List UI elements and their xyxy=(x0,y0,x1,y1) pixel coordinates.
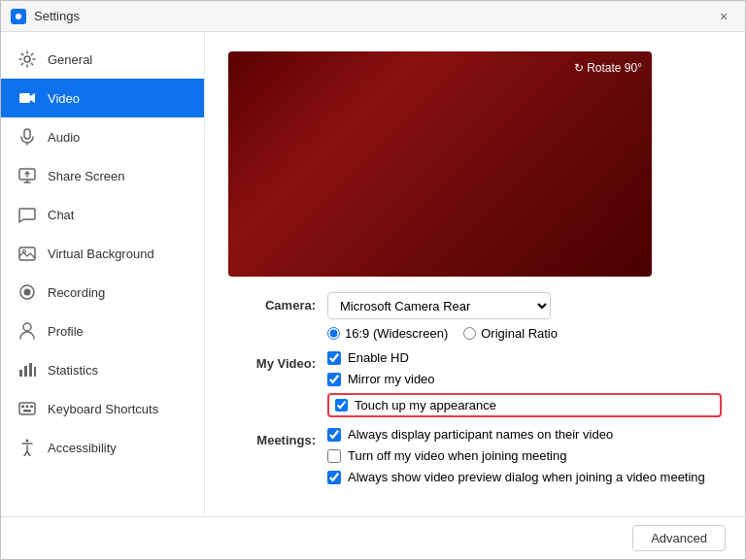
meetings-label: Meetings: xyxy=(228,427,316,447)
widescreen-option[interactable]: 16:9 (Widescreen) xyxy=(327,326,448,341)
svg-rect-4 xyxy=(24,129,30,139)
app-icon xyxy=(11,9,26,24)
svg-rect-19 xyxy=(21,406,24,409)
svg-point-13 xyxy=(23,323,31,331)
sidebar-label-chat: Chat xyxy=(48,208,74,222)
chat-icon xyxy=(17,204,38,225)
sidebar-item-recording[interactable]: Recording xyxy=(1,273,204,312)
widescreen-radio[interactable] xyxy=(327,327,340,340)
sidebar-label-share-screen: Share Screen xyxy=(48,169,125,183)
always-display-label: Always display participant names on thei… xyxy=(348,427,613,442)
widescreen-label: 16:9 (Widescreen) xyxy=(345,326,448,341)
main-panel: ↻ Rotate 90° Camera: Microsoft Camera Re… xyxy=(205,32,745,516)
my-video-row: My Video: Enable HD Mirror my video T xyxy=(228,350,722,417)
svg-rect-14 xyxy=(19,370,22,377)
svg-point-23 xyxy=(26,440,29,443)
rotate-button[interactable]: ↻ Rotate 90° xyxy=(574,61,642,75)
advanced-button[interactable]: Advanced xyxy=(632,525,726,551)
video-preview: ↻ Rotate 90° xyxy=(228,51,652,277)
original-ratio-radio[interactable] xyxy=(463,327,476,340)
window-title: Settings xyxy=(34,9,80,23)
original-ratio-option[interactable]: Original Ratio xyxy=(463,326,558,341)
enable-hd-option[interactable]: Enable HD xyxy=(327,350,722,365)
sidebar-label-video: Video xyxy=(48,91,80,106)
sidebar-label-general: General xyxy=(48,52,92,67)
video-icon xyxy=(17,87,38,109)
sidebar-label-virtual-background: Virtual Background xyxy=(48,247,154,261)
sidebar-item-profile[interactable]: Profile xyxy=(1,312,204,350)
camera-select-area: Microsoft Camera Rear xyxy=(327,292,722,319)
svg-point-1 xyxy=(16,14,21,19)
svg-rect-22 xyxy=(23,410,31,412)
settings-section: Camera: Microsoft Camera Rear 16:9 (Wide… xyxy=(228,292,722,484)
turn-off-label: Turn off my video when joining meeting xyxy=(348,448,566,463)
accessibility-icon xyxy=(17,437,38,458)
sidebar-item-share-screen[interactable]: Share Screen xyxy=(1,156,204,195)
sidebar-item-audio[interactable]: Audio xyxy=(1,117,204,156)
svg-rect-17 xyxy=(34,367,36,377)
mirror-label: Mirror my video xyxy=(348,372,435,386)
meetings-row: Meetings: Always display participant nam… xyxy=(228,427,722,484)
svg-rect-21 xyxy=(30,406,33,409)
settings-window: Settings × General xyxy=(0,0,746,560)
camera-content: Microsoft Camera Rear 16:9 (Widescreen) … xyxy=(327,292,722,341)
always-display-option[interactable]: Always display participant names on thei… xyxy=(327,427,722,442)
always-display-checkbox[interactable] xyxy=(327,428,341,442)
statistics-icon xyxy=(17,359,38,380)
svg-point-12 xyxy=(24,289,31,296)
close-button[interactable]: × xyxy=(712,5,735,28)
camera-dropdown[interactable]: Microsoft Camera Rear xyxy=(327,292,551,319)
mirror-checkbox[interactable] xyxy=(327,373,341,386)
title-bar: Settings × xyxy=(1,1,745,32)
my-video-label: My Video: xyxy=(228,350,316,371)
touch-up-option[interactable]: Touch up my appearance xyxy=(327,393,722,417)
svg-rect-18 xyxy=(19,403,35,414)
bottom-bar: Advanced xyxy=(1,516,745,559)
profile-icon xyxy=(17,320,38,342)
my-video-content: Enable HD Mirror my video Touch up my ap… xyxy=(327,350,722,417)
sidebar-label-accessibility: Accessibility xyxy=(48,441,117,455)
sidebar-item-statistics[interactable]: Statistics xyxy=(1,350,204,389)
sidebar-label-audio: Audio xyxy=(48,130,80,145)
enable-hd-checkbox[interactable] xyxy=(327,351,341,365)
enable-hd-label: Enable HD xyxy=(348,350,409,365)
audio-icon xyxy=(17,126,38,148)
content-area: General Video xyxy=(1,32,745,516)
sidebar-item-video[interactable]: Video xyxy=(1,79,204,117)
sidebar: General Video xyxy=(1,32,205,516)
touch-up-label: Touch up my appearance xyxy=(355,398,496,412)
sidebar-item-virtual-background[interactable]: Virtual Background xyxy=(1,234,204,273)
turn-off-checkbox[interactable] xyxy=(327,449,341,463)
sidebar-item-keyboard-shortcuts[interactable]: Keyboard Shortcuts xyxy=(1,389,204,428)
camera-label: Camera: xyxy=(228,292,316,313)
svg-rect-20 xyxy=(26,406,29,409)
share-screen-icon xyxy=(17,165,38,186)
svg-rect-16 xyxy=(29,363,32,377)
always-show-option[interactable]: Always show video preview dialog when jo… xyxy=(327,470,722,484)
mirror-option[interactable]: Mirror my video xyxy=(327,372,722,386)
svg-point-2 xyxy=(24,56,30,62)
sidebar-label-statistics: Statistics xyxy=(48,363,98,378)
svg-rect-15 xyxy=(24,366,27,377)
title-bar-left: Settings xyxy=(11,9,80,24)
sidebar-label-keyboard-shortcuts: Keyboard Shortcuts xyxy=(48,402,158,416)
original-ratio-label: Original Ratio xyxy=(481,326,558,341)
keyboard-shortcuts-icon xyxy=(17,398,38,419)
recording-icon xyxy=(17,281,38,303)
sidebar-label-recording: Recording xyxy=(48,285,105,300)
general-icon xyxy=(17,49,38,70)
virtual-background-icon xyxy=(17,243,38,264)
sidebar-item-general[interactable]: General xyxy=(1,40,204,79)
always-show-label: Always show video preview dialog when jo… xyxy=(348,470,705,484)
always-show-checkbox[interactable] xyxy=(327,471,341,484)
touch-up-checkbox[interactable] xyxy=(335,399,348,412)
sidebar-label-profile: Profile xyxy=(48,324,84,339)
turn-off-option[interactable]: Turn off my video when joining meeting xyxy=(327,448,722,463)
svg-rect-3 xyxy=(19,93,30,103)
meetings-content: Always display participant names on thei… xyxy=(327,427,722,484)
sidebar-item-accessibility[interactable]: Accessibility xyxy=(1,428,204,467)
ratio-row: 16:9 (Widescreen) Original Ratio xyxy=(327,326,722,341)
camera-row: Camera: Microsoft Camera Rear 16:9 (Wide… xyxy=(228,292,722,341)
sidebar-item-chat[interactable]: Chat xyxy=(1,195,204,234)
